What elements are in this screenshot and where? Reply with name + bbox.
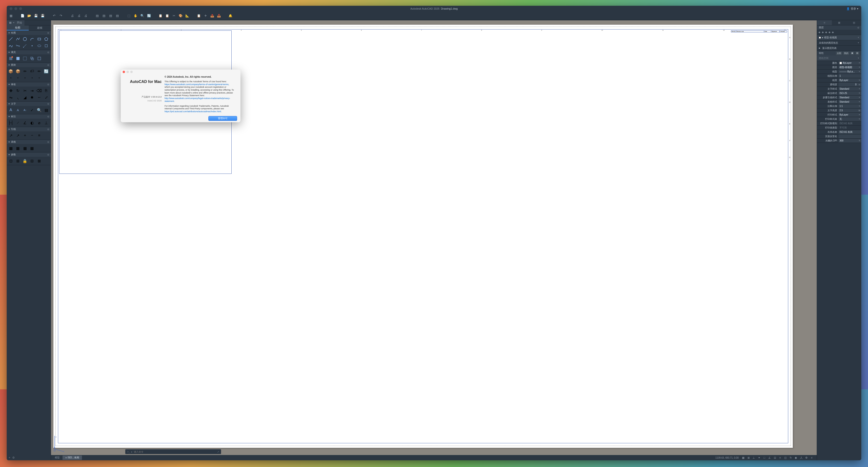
privacy-link[interactable]: http://www.autodesk.com/company/legal-no… [164,97,230,103]
leader-icon[interactable]: ↗ [8,132,14,139]
chamfer-tool-icon[interactable]: ◢ [22,94,28,100]
block-sync-icon[interactable]: 🔄 [43,68,49,74]
plot-icon[interactable]: 🖨 [83,13,88,18]
print-preview-icon[interactable]: 🖨 [76,13,82,18]
hatch-tool-icon[interactable] [8,55,14,62]
saveas-icon[interactable]: 💾 [40,13,45,18]
gear-icon[interactable]: ⚙ [47,51,49,54]
mirror-tool-icon[interactable]: ⇋ [8,94,14,100]
notify-icon[interactable]: 🔔 [228,13,233,18]
gear-icon[interactable]: ⚙ [47,32,49,34]
select-icon[interactable]: ⬚ [126,13,131,18]
erase-tool-icon[interactable]: ⌫ [36,88,42,94]
export-icon[interactable]: 📤 [210,13,215,18]
ray-tool-icon[interactable] [22,43,28,49]
mtext-tool-icon[interactable]: A [8,107,14,113]
dim-ordinate-icon[interactable]: ⊥ [43,120,49,126]
send-icon[interactable]: ✈ [203,13,208,18]
layer-icon[interactable]: ▤ [95,13,100,18]
table-link-icon[interactable]: ▦ [29,145,35,151]
block-edit-icon[interactable]: ✏ [22,68,28,74]
polygon-tool-icon[interactable] [43,36,49,42]
point-tool-icon[interactable] [29,43,35,49]
scale-tool-icon[interactable]: ⤢ [43,94,49,100]
block-tool-icon[interactable]: ▫ [8,75,14,81]
pan-icon[interactable]: ✋ [133,13,138,18]
dtext-tool-icon[interactable]: A [15,107,21,113]
block-attr-icon[interactable]: 🏷 [29,68,35,74]
new-file-icon[interactable]: 📄 [20,13,25,18]
dim-linear-icon[interactable]: ├┤ [8,120,14,126]
measure-icon[interactable]: 📐 [185,13,190,18]
paste-icon[interactable]: 📋 [158,13,163,18]
block-tool5-icon[interactable]: ▫ [36,75,42,81]
gear-icon[interactable]: ⚙ [47,115,49,118]
tab-model[interactable]: 建模 [29,25,51,30]
gradient-tool-icon[interactable] [15,55,21,62]
move-tool-icon[interactable]: ✥ [8,88,14,94]
constraint-icon[interactable]: ⊡ [8,158,14,164]
clipboard-icon[interactable]: 📋 [196,13,201,18]
print-icon[interactable]: 🖨 [70,13,75,18]
minimize-window-icon[interactable] [14,7,17,10]
block-tool3-icon[interactable]: ▫ [22,75,28,81]
attribution-link[interactable]: https://prd.autocad.com/attributions/aut… [164,110,221,113]
extend-tool-icon[interactable]: ⇥ [29,88,35,94]
param3-icon[interactable]: 🔒 [22,158,28,164]
leader-add-icon[interactable]: + [22,132,28,139]
rect-tool-icon[interactable] [36,36,42,42]
leader-align-icon[interactable]: ≡ [36,132,42,139]
fillet-tool-icon[interactable]: ◟ [15,94,21,100]
close-window-icon[interactable] [9,7,12,10]
table-edit-icon[interactable]: ▦ [15,145,21,151]
gear-icon[interactable]: ⚙ [47,83,49,86]
terms-link[interactable]: https://www.autodesk.com/company/terms-o… [164,83,228,86]
table-icon[interactable]: ▦ [8,145,14,151]
param2-icon[interactable]: ⊞ [15,158,21,164]
spell-icon[interactable]: ✓ [29,107,35,113]
refresh-icon[interactable]: 🔄 [147,13,151,18]
save-icon[interactable]: 💾 [34,13,38,18]
gear-icon[interactable]: ⚙ [47,153,49,156]
block-tool4-icon[interactable]: ▫ [29,75,35,81]
line-tool-icon[interactable] [8,36,14,42]
block-create-icon[interactable]: 📦 [15,68,21,74]
circle-tool-icon[interactable] [22,36,28,42]
layer3-icon[interactable]: ▤ [108,13,113,18]
gear-icon[interactable]: ⚙ [47,128,49,130]
stretch-tool-icon[interactable]: ↔ [36,94,42,100]
redo-icon[interactable]: ↷ [58,13,63,18]
dim-radius-icon[interactable]: ◐ [29,120,35,126]
cut-icon[interactable]: ✂ [172,13,176,18]
open-icon[interactable]: 📂 [27,13,32,18]
param5-icon[interactable]: ⊠ [36,158,42,164]
dim-aligned-icon[interactable]: ⟋ [15,120,21,126]
mleader-icon[interactable]: ↗ [15,132,21,139]
block-insert-icon[interactable]: 📦 [8,68,14,74]
xline-tool-icon[interactable] [15,43,21,49]
spline-tool-icon[interactable] [8,43,14,49]
find-icon[interactable]: 🔍 [36,107,42,113]
polyline-tool-icon[interactable] [15,36,21,42]
explode-tool-icon[interactable]: ✸ [29,94,35,100]
boundary-tool-icon[interactable] [22,55,28,62]
wipeout-tool-icon[interactable] [36,55,42,62]
copy-tool-icon[interactable]: ⎘ [43,88,49,94]
ellipse-tool-icon[interactable] [36,43,42,49]
dim-diameter-icon[interactable]: ⌀ [36,120,42,126]
undo-icon[interactable]: ↶ [52,13,57,18]
zoom-icon[interactable]: 🔍 [140,13,145,18]
maximize-window-icon[interactable] [19,7,22,10]
gear-icon[interactable]: ⚙ [47,64,49,66]
manage-license-button[interactable]: 管理许可 [208,116,237,121]
donut-tool-icon[interactable] [43,43,49,49]
table-export-icon[interactable]: ▦ [22,145,28,151]
leader-rem-icon[interactable]: − [29,132,35,139]
region-tool-icon[interactable] [29,55,35,62]
block-tool2-icon[interactable]: ▫ [15,75,21,81]
layer4-icon[interactable]: ▤ [115,13,120,18]
text-style-icon[interactable]: A↕ [22,107,28,113]
layer2-icon[interactable]: ▤ [101,13,106,18]
block-edit2-icon[interactable]: ✏ [36,68,42,74]
import-icon[interactable]: 📥 [217,13,221,18]
